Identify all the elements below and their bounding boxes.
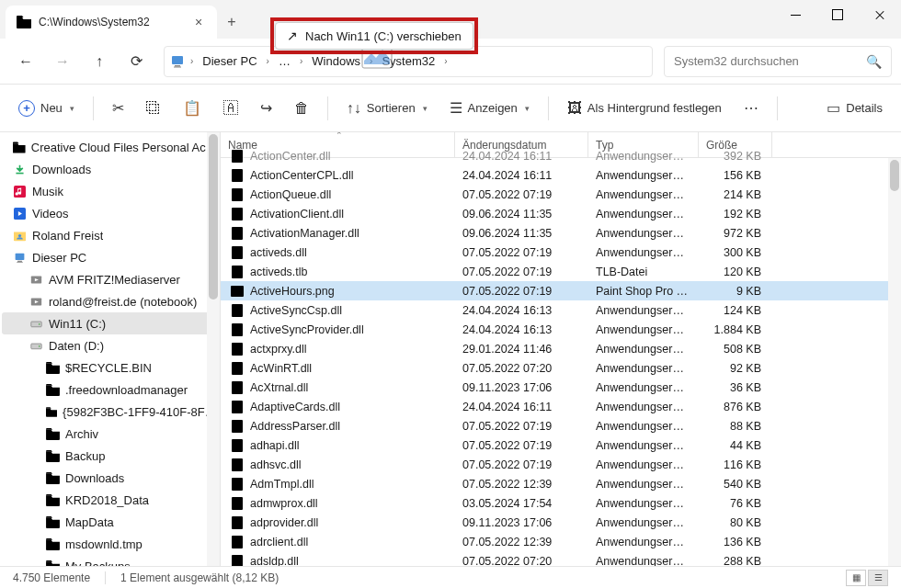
more-button[interactable]: ⋯ bbox=[735, 92, 768, 125]
sidebar-scrollbar[interactable] bbox=[207, 132, 220, 566]
back-button[interactable]: ← bbox=[9, 45, 42, 78]
file-size: 116 KB bbox=[699, 458, 772, 471]
sidebar-item[interactable]: Backup bbox=[2, 445, 218, 467]
file-size: 214 KB bbox=[699, 188, 772, 201]
sidebar-item[interactable]: KRD2018_Data bbox=[2, 489, 218, 511]
breadcrumb-item[interactable]: Dieser PC bbox=[199, 51, 260, 72]
file-date: 07.05.2022 07:20 bbox=[455, 555, 588, 567]
copy-button[interactable]: ⿻ bbox=[137, 92, 170, 125]
file-row[interactable]: AcWinRT.dll 07.05.2022 07:20 Anwendungse… bbox=[221, 358, 888, 378]
file-row[interactable]: actxprxy.dll 29.01.2024 11:46 Anwendungs… bbox=[221, 339, 888, 358]
file-row[interactable]: adsldp.dll 07.05.2022 07:20 Anwendungser… bbox=[221, 551, 888, 566]
sidebar-item[interactable]: Videos bbox=[2, 202, 218, 224]
file-dll-icon bbox=[230, 477, 245, 492]
sidebar-item[interactable]: Win11 (C:) bbox=[2, 312, 218, 334]
breadcrumb-sep[interactable]: › bbox=[187, 56, 197, 66]
file-row[interactable]: ActivationManager.dll 09.06.2024 11:35 A… bbox=[221, 223, 888, 243]
details-pane-button[interactable]: ▭ Details bbox=[817, 92, 892, 125]
file-size: 36 KB bbox=[699, 381, 772, 394]
cut-button[interactable]: ✂ bbox=[103, 92, 133, 125]
file-row[interactable]: adhsvc.dll 07.05.2022 07:19 Anwendungser… bbox=[221, 455, 888, 474]
sidebar-item[interactable]: Dieser PC bbox=[2, 246, 218, 268]
refresh-button[interactable]: ⟳ bbox=[120, 45, 153, 78]
forward-button[interactable]: → bbox=[46, 45, 79, 78]
maximize-button[interactable] bbox=[816, 0, 859, 29]
sidebar-item[interactable]: roland@freist.de (notebook) bbox=[2, 290, 218, 312]
file-size: 972 KB bbox=[699, 227, 772, 240]
sidebar-item[interactable]: msdownld.tmp bbox=[2, 533, 218, 555]
sidebar-item[interactable]: AVM FRITZ!Mediaserver bbox=[2, 268, 218, 290]
file-name: AdmTmpl.dll bbox=[250, 478, 314, 491]
paste-button[interactable]: 📋 bbox=[174, 92, 211, 125]
sidebar-item[interactable]: MapData bbox=[2, 511, 218, 533]
breadcrumb-sep[interactable]: › bbox=[263, 56, 273, 66]
file-row[interactable]: adprovider.dll 09.11.2023 17:06 Anwendun… bbox=[221, 513, 888, 532]
breadcrumb-sep[interactable]: › bbox=[366, 56, 376, 66]
sidebar-item[interactable]: My Backups bbox=[2, 555, 218, 566]
file-row[interactable]: ActionCenterCPL.dll 24.04.2024 16:11 Anw… bbox=[221, 165, 888, 185]
file-row[interactable]: activeds.tlb 07.05.2022 07:19 TLB-Datei … bbox=[221, 262, 888, 281]
close-window-button[interactable] bbox=[859, 0, 901, 29]
file-row[interactable]: AddressParser.dll 07.05.2022 07:19 Anwen… bbox=[221, 416, 888, 435]
sidebar-item[interactable]: Downloads bbox=[2, 467, 218, 489]
search-icon[interactable]: 🔍 bbox=[866, 54, 882, 69]
new-tab-button[interactable]: + bbox=[217, 7, 246, 37]
sidebar-item[interactable]: Downloads bbox=[2, 158, 218, 180]
sidebar-item[interactable]: $RECYCLE.BIN bbox=[2, 356, 218, 379]
file-row[interactable]: ActiveSyncProvider.dll 24.04.2024 16:13 … bbox=[221, 320, 888, 339]
view-details-button[interactable]: ☰ bbox=[868, 570, 888, 586]
navigation-sidebar[interactable]: Creative Cloud Files Personal AccountDow… bbox=[0, 132, 221, 566]
file-row[interactable]: ActivationClient.dll 09.06.2024 11:35 An… bbox=[221, 204, 888, 223]
file-row[interactable]: adhapi.dll 07.05.2022 07:19 Anwendungser… bbox=[221, 435, 888, 455]
file-date: 07.05.2022 07:19 bbox=[455, 458, 588, 471]
new-button[interactable]: + Neu ▾ bbox=[9, 92, 84, 125]
sidebar-item[interactable]: Daten (D:) bbox=[2, 334, 218, 356]
wallpaper-button[interactable]: 🖼 Als Hintergrund festlegen bbox=[558, 92, 731, 125]
file-name: ActionCenterCPL.dll bbox=[250, 169, 354, 182]
sidebar-item[interactable]: Roland Freist bbox=[2, 224, 218, 246]
breadcrumb-sep[interactable]: › bbox=[296, 56, 306, 66]
file-name: AcWinRT.dll bbox=[250, 362, 312, 375]
scrollbar-thumb[interactable] bbox=[890, 160, 899, 191]
delete-button[interactable]: 🗑 bbox=[285, 92, 318, 125]
sidebar-item[interactable]: Creative Cloud Files Personal Account bbox=[2, 136, 218, 158]
tab-active[interactable]: C:\Windows\System32 × bbox=[6, 6, 217, 39]
tab-close-button[interactable]: × bbox=[191, 15, 206, 29]
sidebar-item[interactable]: .freedownloadmanager bbox=[2, 379, 218, 401]
minimize-button[interactable] bbox=[774, 0, 816, 29]
sidebar-item-label: Dieser PC bbox=[32, 251, 86, 265]
share-button[interactable]: ↪ bbox=[251, 92, 281, 125]
search-box[interactable]: 🔍 bbox=[664, 46, 892, 77]
file-row[interactable]: AdaptiveCards.dll 24.04.2024 16:11 Anwen… bbox=[221, 397, 888, 416]
file-row[interactable]: activeds.dll 07.05.2022 07:19 Anwendungs… bbox=[221, 243, 888, 262]
up-button[interactable]: ↑ bbox=[83, 45, 116, 78]
file-row[interactable]: admwprox.dll 03.05.2024 17:54 Anwendungs… bbox=[221, 493, 888, 513]
file-list-body[interactable]: ActionCenter.dll 24.04.2024 16:11 Anwend… bbox=[221, 146, 888, 566]
sidebar-item-label: Roland Freist bbox=[32, 229, 103, 243]
sidebar-item-label: Videos bbox=[32, 207, 69, 220]
chevron-down-icon: ▾ bbox=[525, 104, 530, 113]
file-row[interactable]: ActiveHours.png 07.05.2022 07:19 Paint S… bbox=[221, 281, 888, 300]
sidebar-item[interactable]: {5982F3BC-1FF9-410F-8F62-3E2… bbox=[2, 401, 218, 423]
file-scrollbar[interactable] bbox=[888, 158, 901, 566]
item-count: 4.750 Elemente bbox=[13, 571, 90, 584]
file-row[interactable]: AdmTmpl.dll 07.05.2022 12:39 Anwendungse… bbox=[221, 474, 888, 493]
file-row[interactable]: AcXtrnal.dll 09.11.2023 17:06 Anwendungs… bbox=[221, 378, 888, 397]
sort-button[interactable]: ↑↓ Sortieren ▾ bbox=[337, 92, 437, 125]
file-dll-icon bbox=[230, 419, 245, 434]
view-thumbnails-button[interactable]: ▦ bbox=[846, 570, 866, 586]
view-button[interactable]: ☰ Anzeigen ▾ bbox=[440, 92, 539, 125]
file-row[interactable]: adrclient.dll 07.05.2022 12:39 Anwendung… bbox=[221, 532, 888, 551]
breadcrumb-sep[interactable]: › bbox=[440, 56, 450, 66]
rename-button[interactable]: 🇦 bbox=[214, 92, 247, 125]
search-input[interactable] bbox=[674, 54, 859, 68]
sidebar-item[interactable]: Archiv bbox=[2, 423, 218, 445]
file-row[interactable]: ActionCenter.dll 24.04.2024 16:11 Anwend… bbox=[221, 146, 888, 165]
separator bbox=[327, 96, 328, 120]
sidebar-item[interactable]: Musik bbox=[2, 180, 218, 202]
file-type: Anwendungserwe... bbox=[588, 150, 699, 163]
scrollbar-thumb[interactable] bbox=[209, 134, 218, 300]
file-row[interactable]: ActiveSyncCsp.dll 24.04.2024 16:13 Anwen… bbox=[221, 300, 888, 320]
file-row[interactable]: ActionQueue.dll 07.05.2022 07:19 Anwendu… bbox=[221, 185, 888, 204]
file-size: 120 KB bbox=[699, 266, 772, 278]
